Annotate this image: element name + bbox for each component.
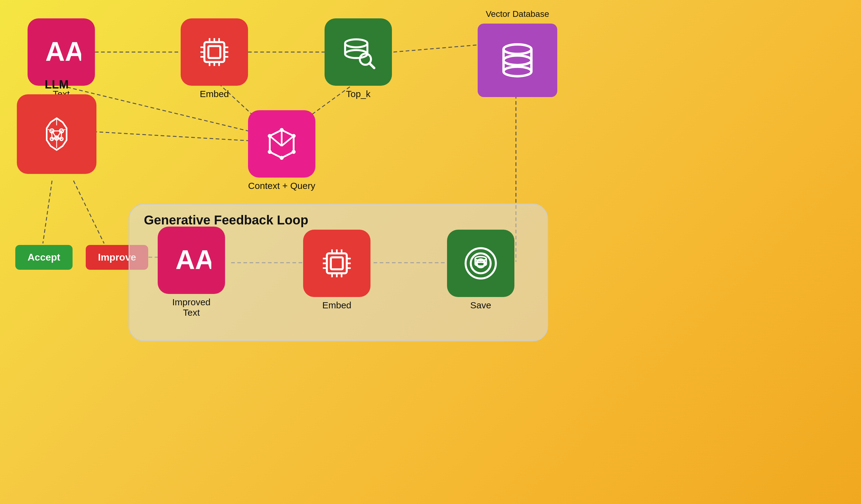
topk-node: Top_k [325,18,392,99]
svg-rect-70 [331,258,343,270]
improved-text-label: Improved Text [172,297,210,318]
context-query-icon-box [248,110,315,178]
cube-icon [262,124,302,164]
svg-point-64 [292,150,296,154]
chip-icon-2 [317,243,357,283]
embed-top-node: Embed [181,18,248,99]
vector-db-node: Vector Database [478,9,557,97]
context-query-label: Context + Query [248,181,315,191]
svg-line-7 [43,181,52,243]
svg-point-34 [504,44,532,54]
svg-point-66 [268,150,272,154]
svg-text:AA: AA [175,245,211,275]
text-icon: AA [41,32,81,72]
improved-text-icon: AA [172,240,211,280]
svg-line-8 [73,181,104,243]
vector-db-label: Vector Database [486,9,549,19]
topk-label: Top_k [346,89,370,99]
svg-rect-15 [208,46,220,58]
llm-node: LLM [17,78,96,174]
svg-point-37 [504,55,532,65]
feedback-loop-title: Generative Feedback Loop [144,213,308,228]
chip-icon [194,32,234,72]
save-node: Save [447,230,515,311]
accept-button[interactable]: Accept [15,245,72,270]
save-icon [461,243,501,283]
accept-label: Accept [28,252,60,263]
svg-point-28 [345,39,367,47]
llm-icon-box [17,94,96,174]
save-label: Save [470,300,491,311]
embed-feedback-node: Embed [303,230,370,311]
context-query-node: Context + Query [248,110,315,191]
db-icon [497,40,537,80]
svg-line-4 [394,44,484,52]
svg-line-52 [52,138,57,139]
search-db-icon [338,32,378,72]
svg-point-62 [280,128,284,132]
llm-label: LLM [45,78,69,91]
svg-line-33 [369,63,374,68]
svg-line-60 [282,136,293,146]
svg-line-6 [93,132,251,141]
svg-point-65 [280,156,284,160]
embed-top-label: Embed [200,89,229,99]
save-icon-box [447,230,515,297]
improved-text-node: AA Improved Text [158,227,225,318]
brain-icon [37,114,77,154]
text-icon-box: AA [28,18,95,86]
svg-point-67 [268,134,272,138]
embed-feedback-label: Embed [322,300,351,311]
svg-point-63 [292,134,296,138]
svg-line-61 [270,136,282,146]
topk-icon-box [325,18,392,86]
embed-feedback-icon-box [303,230,370,297]
vector-db-icon-box [478,24,557,97]
svg-line-53 [57,138,62,139]
embed-top-icon-box [181,18,248,86]
improved-text-icon-box: AA [158,227,225,294]
svg-point-40 [504,67,532,76]
svg-text:AA: AA [45,37,81,67]
